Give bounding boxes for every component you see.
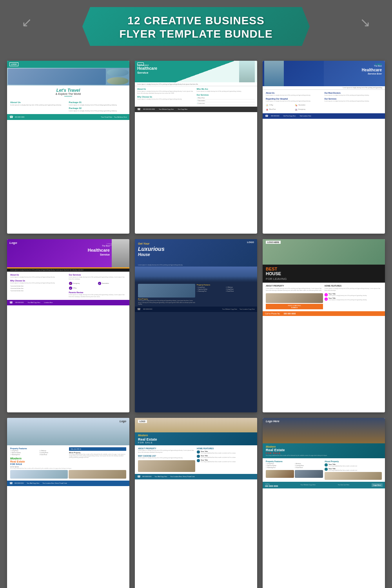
flyer4-parents-title: Parents Review bbox=[69, 291, 127, 294]
flyer4-why-text: Lorem ipsum is simply dummy text of the … bbox=[10, 282, 68, 284]
flyer-realestate-night: Logo Here Modern Real Estate FOR SALE It… bbox=[263, 418, 385, 588]
flyer4-service1: Emergency bbox=[73, 283, 80, 284]
flyer1-email: Your Email Here bbox=[101, 116, 113, 118]
flyer8-ytext2: It is a long established fact that a rea… bbox=[201, 457, 236, 458]
flyer4-about-title: About Us bbox=[10, 274, 68, 276]
flyer3-service3: Vaccination bbox=[298, 104, 305, 106]
flyer6-phone-num: 000 000 0000 bbox=[284, 312, 296, 315]
flyer7-phone: 000 0000 0000 bbox=[15, 483, 24, 484]
flyer6-about-title: ABOUT PROPERTY bbox=[266, 285, 323, 287]
flyer4-services-title: Our Services bbox=[69, 274, 127, 276]
flyer2-service1: Blood Test bbox=[198, 97, 205, 99]
flyer5-f5: Swimming Pool bbox=[198, 290, 207, 292]
flyer4-title2: Healthcare bbox=[88, 247, 110, 253]
flyer2-why-title: Why Choose Us bbox=[137, 96, 196, 98]
flyer1-pkg1-text: Lorem ipsum is simply dummy text of the … bbox=[69, 104, 127, 106]
flyer-realestate-teal: LOGO Modern Real Estate FOR SALE ABOUT P… bbox=[135, 418, 257, 588]
flyer-grid: LOGO Let's Travel & Explore The World ~~… bbox=[0, 50, 392, 588]
flyer1-phone: 000 000 0000 bbox=[15, 116, 24, 118]
flyer5-title2: Luxurious bbox=[138, 246, 165, 252]
flyer3-subtitle: Lorem ipsum is simply dummy text of the … bbox=[343, 87, 383, 89]
flyer2-about-title: About Us bbox=[137, 88, 196, 90]
flyer3-title3: Service Ever bbox=[362, 73, 382, 76]
flyer4-email: Your Mail Copy Here bbox=[27, 302, 40, 303]
flyer2-website: Your Website Copy Here bbox=[159, 109, 174, 110]
flyer1-pkg2-title: Package 02 bbox=[69, 107, 127, 109]
flyer1-about-title: About Us bbox=[10, 101, 68, 103]
flyer4-subtitle: Lorem ipsum is simply dummy text of the … bbox=[10, 269, 83, 271]
left-arrow-icon: ↙ bbox=[22, 15, 32, 30]
flyer2-subtitle: Lorem ipsum is simply dummy text of the … bbox=[137, 83, 198, 85]
flyer3-service4: Emergency bbox=[298, 109, 305, 110]
flyer3-location: Visit Location Here bbox=[299, 115, 311, 117]
flyer5-title1: Get Your bbox=[138, 242, 165, 245]
flyer8-about-text: Lorem ipsum is simply dummy text of the … bbox=[138, 450, 195, 454]
flyer5-title3: House bbox=[138, 252, 165, 257]
flyer8-email: Your Mail Copy Here bbox=[154, 476, 167, 477]
flyer6-ytext1: Lorem ipsum is simply dummy text of the … bbox=[328, 295, 367, 296]
flyer1-logo: LOGO bbox=[9, 62, 18, 66]
flyer5-f1: Living Room bbox=[198, 287, 205, 288]
flyer8-hf-title: HOME FEATURES bbox=[197, 447, 254, 450]
flyer6-home-features-title: HOME FEATURES bbox=[325, 285, 382, 287]
flyer9-phone: 000 0000 0000 bbox=[265, 485, 278, 487]
flyer9-logo: Logo Here bbox=[266, 420, 279, 423]
flyer7-email: Your Mail Copy Here bbox=[27, 483, 39, 484]
flyer2-copy: Your Copy Here bbox=[178, 109, 188, 110]
flyer1-pkg1-title: Package 01 bbox=[69, 101, 127, 103]
flyer6-for-leaving: FOR LEAVING bbox=[266, 277, 287, 281]
flyer-travel: LOGO Let's Travel & Explore The World ~~… bbox=[7, 61, 129, 234]
flyer3-services-title: Our Services bbox=[325, 98, 382, 100]
flyer4-why-title: Why Choose Us bbox=[10, 279, 68, 282]
flyer7-modern: Modern bbox=[10, 457, 67, 460]
flyer5-features-title: Property Features bbox=[197, 284, 254, 286]
flyer6-logo: LOGO HERE bbox=[266, 241, 281, 244]
flyer6-about-text: Lorem ipsum is simply dummy text of the … bbox=[266, 288, 323, 292]
flyer5-phone: 000 0000 0000 bbox=[143, 309, 152, 310]
flyer5-location: Your Location Copy Here bbox=[240, 309, 255, 310]
flyer6-home-features-text: Lorem ipsum is simply dummy text of the … bbox=[325, 288, 382, 292]
flyer3-phone: 000 000 0000 bbox=[271, 115, 279, 117]
flyer6-best: BEST bbox=[266, 267, 277, 271]
flyer9-title1: Real Estate bbox=[266, 448, 382, 452]
flyer5-logo: LOGO bbox=[247, 241, 254, 243]
flyer4-parents-text: Lorem ipsum is simply dummy text of the … bbox=[69, 294, 127, 298]
flyer4-service3: X-Ray bbox=[73, 287, 77, 289]
flyer6-ytext2: Lorem ipsum is simply dummy text of the … bbox=[328, 299, 367, 301]
flyer9-ytext2: It is a long established fact that a rea… bbox=[328, 470, 358, 471]
flyer4-about-text: Lorem ipsum is simply dummy text of the … bbox=[10, 276, 68, 278]
flyer3-about-title: About Us bbox=[266, 92, 323, 94]
flyer8-why-text: Lorem ipsum is simply dummy text of the … bbox=[138, 457, 195, 459]
flyer3-website: Visit First Copy Here bbox=[283, 115, 296, 117]
flyer-healthcare-green: Logo The Greatest Healthcare Service Lor… bbox=[135, 61, 257, 234]
flyer9-location: You Can Live Here bbox=[338, 484, 349, 486]
flyer5-subtitle: Lorem ipsum is simply dummy text of the … bbox=[138, 264, 183, 266]
flyer8-ytext3: It is a long established fact that a rea… bbox=[201, 461, 236, 463]
flyer3-doctors-title: Our Best Doctors bbox=[325, 92, 382, 94]
flyer4-location: Location Here bbox=[44, 302, 53, 303]
flyer2-who-text: Lorem ipsum is simply dummy text of the … bbox=[197, 91, 255, 93]
flyer4-logo: Logo bbox=[9, 241, 17, 245]
flyer5-f2: 1 Bedroom bbox=[227, 287, 233, 288]
flyer-realestate-blue: LOGO Get Your Luxurious House Lorem ipsu… bbox=[135, 239, 257, 412]
flyer8-phone: 000 0000 0000 bbox=[142, 476, 151, 477]
flyer2-who-title: Who We Are bbox=[197, 88, 255, 90]
flyer5-f3: Spacious Kitchen bbox=[198, 289, 207, 290]
flyer7-for-sale: FOR SALE bbox=[10, 463, 67, 465]
flyer-realestate-light: Logo Property Features ☐ Living Room ☐ 1… bbox=[7, 418, 129, 588]
flyer7-features-title: Property Features bbox=[10, 447, 67, 450]
flyer9-for-sale: FOR SALE bbox=[266, 452, 382, 454]
banner-title: 12 CREATIVE BUSINESS FLYER TEMPLATE BUND… bbox=[114, 14, 278, 40]
flyer-healthcare-blue: Logo The Best Healthcare Service Ever Lo… bbox=[263, 61, 385, 234]
flyer9-modern: Modern bbox=[266, 445, 382, 448]
flyer1-title: Let's Travel bbox=[10, 88, 126, 93]
flyer3-service1: X-Ray bbox=[269, 104, 273, 106]
flyer5-website: Your Website Copy Here bbox=[222, 309, 237, 310]
flyer6-call-label: Call to Phone No bbox=[265, 312, 280, 315]
flyer2-about-text: Lorem ipsum is simply dummy text of the … bbox=[137, 91, 196, 94]
flyer7-offer: Offer At 2995 $ bbox=[69, 447, 126, 451]
flyer8-for-sale: FOR SALE bbox=[138, 441, 254, 444]
right-arrow-icon: ↘ bbox=[360, 15, 370, 30]
flyer2-title2: Healthcare bbox=[137, 66, 157, 71]
flyer2-services-title: Our Services bbox=[197, 94, 255, 96]
